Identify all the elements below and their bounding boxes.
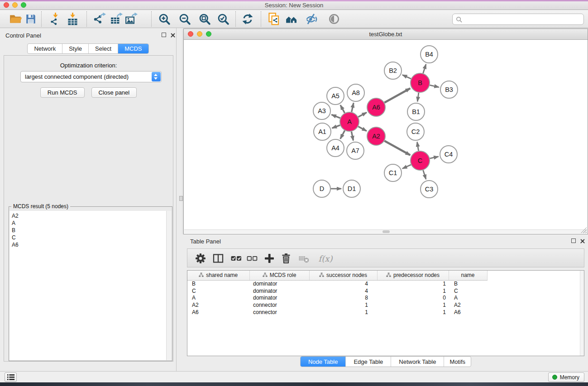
column-header-shared-name[interactable]: shared name	[187, 271, 249, 280]
control-panel-title: Control Panel	[5, 32, 41, 39]
graph-edge-A-A8[interactable]	[352, 103, 354, 112]
run-mcds-button[interactable]: Run MCDS	[40, 87, 85, 98]
tab-motifs[interactable]: Motifs	[444, 357, 471, 367]
main-toolbar	[0, 10, 588, 28]
zoom-fit-icon	[198, 13, 211, 25]
delete-column-button[interactable]	[279, 251, 293, 266]
search-field[interactable]	[452, 14, 584, 25]
save-session-button[interactable]	[23, 12, 38, 26]
tab-style[interactable]: Style	[62, 44, 88, 53]
desktop-background	[0, 382, 588, 386]
graph-edge-B-B3[interactable]	[430, 85, 439, 87]
network-hscrollbar[interactable]	[184, 229, 587, 234]
table-settings-button[interactable]	[193, 251, 208, 266]
criterion-dropdown[interactable]: largest connected component (directed)	[20, 71, 162, 82]
graph-edge-C-C1[interactable]	[402, 165, 411, 169]
network-canvas[interactable]: B4B2BB3A8A5A6A3B1AA1C2A2A4A7C4CC1C3DD1	[184, 40, 588, 230]
show-columns-button[interactable]	[211, 251, 225, 266]
network-window-titlebar[interactable]: testGlobe.txt	[184, 29, 588, 40]
table-row[interactable]: A dominator 8 0 A	[187, 295, 580, 302]
graph-edge-B-B4[interactable]	[423, 64, 426, 73]
mcds-result-item[interactable]: A	[10, 219, 172, 227]
zoom-out-button[interactable]	[177, 12, 192, 26]
search-icon	[456, 16, 463, 23]
graph-edge-A6-B[interactable]	[384, 88, 410, 103]
delete-table-button[interactable]	[297, 251, 311, 266]
search-input[interactable]	[464, 14, 581, 24]
gear-icon	[195, 253, 206, 264]
graph-edge-C-C3[interactable]	[423, 170, 426, 179]
graph-node-label-B1: B1	[412, 108, 420, 115]
graph-edge-C-C4[interactable]	[430, 157, 438, 158]
mcds-result-item[interactable]: A6	[10, 241, 172, 248]
graph-edge-A-A3[interactable]	[331, 114, 340, 118]
open-session-button[interactable]	[8, 12, 24, 26]
duplicate-network-button[interactable]	[266, 12, 282, 26]
graph-edge-A2-C[interactable]	[384, 141, 410, 155]
tab-mcds[interactable]: MCDS	[118, 44, 148, 53]
graph-edge-A-A5[interactable]	[340, 105, 345, 113]
import-network-button[interactable]	[48, 12, 63, 26]
float-panel-icon[interactable]	[162, 33, 166, 37]
zoom-fit-button[interactable]	[197, 12, 212, 26]
table-row[interactable]: A2 connector 1 1 A2	[187, 301, 580, 309]
graph-edge-A-A4[interactable]	[340, 130, 345, 138]
export-image-button[interactable]	[124, 12, 139, 26]
graph-edge-A-A7[interactable]	[351, 132, 353, 141]
graph-node-label-D: D	[320, 185, 324, 192]
import-table-button[interactable]	[65, 12, 80, 26]
deselect-all-button[interactable]	[245, 251, 259, 266]
memory-button[interactable]: Memory	[548, 372, 584, 382]
result-list-scrollbar[interactable]	[166, 211, 172, 360]
show-details-button[interactable]	[326, 12, 342, 26]
select-all-button[interactable]	[229, 251, 244, 266]
graph-edge-A-A6[interactable]	[358, 112, 367, 117]
control-panel: Control Panel Network Style Select MCDS …	[0, 28, 177, 371]
table-header-row: shared name MCDS role successor nodes pr…	[187, 271, 580, 280]
split-pane-handle[interactable]	[179, 196, 183, 201]
graph-edge-B-B1[interactable]	[417, 93, 419, 101]
table-row[interactable]: B dominator 4 1 B	[187, 280, 580, 287]
column-header-mcds-role[interactable]: MCDS role	[249, 271, 309, 280]
table-row[interactable]: C dominator 4 1 C	[187, 287, 580, 295]
table-panel: Table Panel	[177, 234, 588, 371]
refresh-layout-button[interactable]	[240, 12, 255, 26]
zoom-selected-button[interactable]	[215, 12, 231, 26]
mcds-result-item[interactable]: B	[10, 227, 172, 234]
tab-edge-table[interactable]: Edge Table	[345, 357, 391, 367]
column-type-icon	[319, 272, 324, 277]
export-table-button[interactable]	[109, 12, 124, 26]
close-panel-icon[interactable]	[170, 33, 176, 38]
graph-edge-C-C2[interactable]	[417, 142, 419, 151]
graph-node-label-A6: A6	[372, 104, 380, 111]
hide-details-button[interactable]	[304, 12, 319, 26]
task-history-button[interactable]	[5, 372, 17, 382]
tab-network-table[interactable]: Network Table	[391, 357, 444, 367]
export-network-icon	[93, 13, 106, 25]
function-builder-button[interactable]: f(x)	[316, 251, 335, 266]
export-network-button[interactable]	[92, 12, 107, 26]
mcds-result-list[interactable]: A2 A B C A6	[10, 211, 172, 360]
tab-node-table[interactable]: Node Table	[301, 357, 346, 367]
table-vscrollbar[interactable]	[580, 271, 584, 356]
close-panel-button[interactable]: Close panel	[91, 87, 137, 98]
home-button[interactable]	[284, 12, 300, 26]
network-hscrollbar-thumb[interactable]	[382, 230, 390, 233]
tab-network[interactable]: Network	[28, 44, 62, 53]
column-header-name[interactable]: name	[449, 271, 487, 280]
float-table-panel-icon[interactable]	[571, 238, 576, 243]
zoom-out-icon	[178, 13, 191, 25]
column-header-successor-nodes[interactable]: successor nodes	[309, 271, 377, 280]
graph-edge-B-B2[interactable]	[402, 75, 411, 79]
graph-node-label-B4: B4	[425, 51, 433, 58]
table-row[interactable]: A6 connector 1 1 A6	[187, 309, 580, 316]
mcds-result-item[interactable]: C	[10, 234, 172, 241]
graph-edge-A-A1[interactable]	[332, 125, 340, 129]
tab-select[interactable]: Select	[88, 44, 118, 53]
mcds-result-item[interactable]: A2	[10, 212, 172, 219]
column-header-predecessor-nodes[interactable]: predecessor nodes	[377, 271, 449, 280]
graph-edge-A-A2[interactable]	[358, 126, 367, 131]
add-column-button[interactable]	[262, 251, 277, 266]
zoom-in-button[interactable]	[157, 12, 172, 26]
close-table-panel-icon[interactable]	[580, 238, 585, 244]
